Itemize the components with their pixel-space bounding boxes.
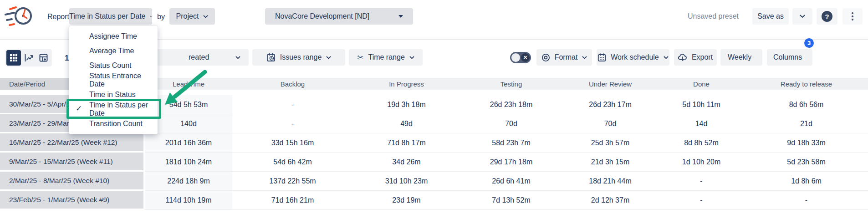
period-cell: 16/Mar/25 - 22/Mar/25 (Week #12)	[0, 133, 145, 153]
value-cell: 71d 8h 17m	[353, 133, 460, 153]
value-cell: -	[658, 191, 745, 210]
column-header-lead-time[interactable]: Lead Time	[145, 78, 232, 90]
help-button[interactable]: ?	[817, 8, 837, 25]
value-cell: 70d	[562, 114, 658, 133]
display-toggle[interactable]: ✕	[510, 52, 531, 63]
columns-count-badge: 3	[804, 38, 814, 48]
calendar-clock-icon	[266, 53, 276, 62]
calendar-icon	[597, 53, 606, 62]
menu-item-status-entrance-date[interactable]: Status Entrance Date	[69, 73, 158, 87]
save-as-button[interactable]: Save as	[752, 8, 789, 25]
menu-item-status-count[interactable]: Status Count	[69, 58, 158, 73]
value-cell: 140d	[145, 114, 232, 133]
checkmark-icon: ✓	[76, 104, 82, 113]
value-cell: 31d 10h 23m	[353, 172, 460, 191]
value-cell: 71d 16h 21m	[232, 191, 353, 210]
menu-item-transition-count[interactable]: Transition Count	[69, 117, 158, 131]
report-type-dropdown[interactable]: Time in Status per Date	[69, 8, 152, 25]
value-cell: 5d 23h 58m	[745, 153, 868, 172]
value-cell: 137d 22h 55m	[232, 172, 353, 191]
toggle-x-icon: ✕	[521, 53, 530, 62]
format-dropdown[interactable]: Format	[536, 49, 592, 66]
columns-label: Columns	[773, 53, 802, 61]
period-value: Weekly	[728, 53, 751, 61]
value-cell: 54d 5h 53m	[145, 95, 232, 114]
value-cell: 49d	[353, 114, 460, 133]
save-options-dropdown-button[interactable]	[792, 8, 812, 25]
caret-down-icon	[398, 15, 403, 18]
value-cell: 224d 18h 9m	[145, 172, 232, 191]
group-by-value: Project	[176, 12, 199, 20]
value-cell: 181d 10h 24m	[145, 153, 232, 172]
issue-count-fragment: 1	[65, 54, 69, 63]
app-window: Report: Time in Status per Date by Proje…	[0, 0, 868, 219]
report-type-value: Time in Status per Date	[69, 12, 145, 20]
chart-view-button[interactable]	[21, 50, 36, 66]
chevron-down-icon	[582, 56, 587, 59]
chevron-down-icon	[203, 15, 208, 18]
chevron-down-icon	[800, 15, 805, 18]
save-as-label: Save as	[757, 12, 784, 20]
time-range-label: Time range	[368, 53, 404, 61]
work-schedule-label: Work schedule	[611, 53, 659, 61]
work-schedule-dropdown[interactable]: Work schedule	[597, 49, 669, 66]
toggle-knob	[511, 53, 520, 62]
column-header-testing[interactable]: Testing	[460, 78, 562, 90]
value-cell: 19d 3h 18m	[353, 95, 460, 114]
value-cell: 21d 3h 15m	[562, 153, 658, 172]
value-cell: 7d 13h 52m	[460, 191, 562, 210]
export-label: Export	[692, 53, 713, 61]
column-header-in-progress[interactable]: In Progress	[353, 78, 460, 90]
value-cell: -	[745, 191, 868, 210]
kebab-menu-icon	[852, 12, 853, 20]
chevron-down-icon	[326, 56, 331, 59]
more-options-button[interactable]	[842, 8, 863, 25]
period-cell: 9/Mar/25 - 15/Mar/25 (Week #11)	[0, 153, 145, 172]
chevron-down-icon	[409, 56, 414, 59]
value-cell: 8d 8h 52m	[658, 133, 745, 153]
value-cell: 14d	[658, 114, 745, 133]
period-cell: 23/Feb/25 - 1/Mar/25 (Week #9)	[0, 191, 145, 210]
value-cell: 29d 17h 18m	[460, 153, 562, 172]
view-switcher	[5, 49, 52, 66]
eye-target-icon	[541, 53, 550, 62]
period-dropdown[interactable]: Weekly	[720, 49, 762, 66]
value-cell: -	[232, 114, 353, 133]
menu-item-label: Time in Status per Date	[89, 101, 158, 117]
value-cell: 21d	[745, 114, 868, 133]
value-cell: 2d 12h 37m	[562, 191, 658, 210]
value-cell: 26d 23h 18m	[460, 95, 562, 114]
value-cell: 34d 26m	[353, 153, 460, 172]
export-button[interactable]: Export	[674, 49, 717, 66]
chevron-down-icon	[150, 15, 152, 18]
project-selector-dropdown[interactable]: NovaCore Development [ND]	[265, 8, 413, 25]
menu-item-time-in-status[interactable]: Time in Status	[69, 87, 158, 102]
menu-item-average-time[interactable]: Average Time	[69, 44, 158, 58]
column-header-backlog[interactable]: Backlog	[232, 78, 353, 90]
value-cell: 114d 10h 19m	[145, 191, 232, 210]
report-label: Report:	[47, 13, 71, 21]
issues-range-dropdown[interactable]: Issues range	[252, 49, 345, 66]
chevron-down-icon	[664, 56, 669, 59]
value-cell: 1d 8h 6m	[745, 172, 868, 191]
value-cell: 23d 19m	[353, 191, 460, 210]
value-cell: 70d	[460, 114, 562, 133]
value-cell: 26d 6h 41m	[460, 172, 562, 191]
value-cell: 25d 3h 57m	[562, 133, 658, 153]
value-cell: 8d 6h 56m	[745, 95, 868, 114]
value-cell: 26d 23h 17m	[562, 95, 658, 114]
column-header-done[interactable]: Done	[658, 78, 745, 90]
column-header-ready-to-release[interactable]: Ready to release	[745, 78, 868, 90]
menu-item-time-in-status-per-date[interactable]: ✓ Time in Status per Date	[69, 102, 158, 117]
created-filter-label: reated	[189, 53, 209, 61]
project-name: NovaCore Development [ND]	[275, 12, 369, 20]
preset-status-text: Unsaved preset	[688, 12, 739, 20]
pivot-view-button[interactable]	[36, 50, 51, 66]
column-header-under-review[interactable]: Under Review	[562, 78, 658, 90]
menu-item-assignee-time[interactable]: Assignee Time	[69, 29, 158, 44]
group-by-dropdown[interactable]: Project	[169, 8, 215, 25]
table-view-button[interactable]	[6, 50, 21, 66]
columns-dropdown[interactable]: Columns	[767, 49, 812, 66]
time-range-dropdown[interactable]: ✂ Time range	[349, 49, 423, 66]
value-cell: 18d 21h 44m	[562, 172, 658, 191]
